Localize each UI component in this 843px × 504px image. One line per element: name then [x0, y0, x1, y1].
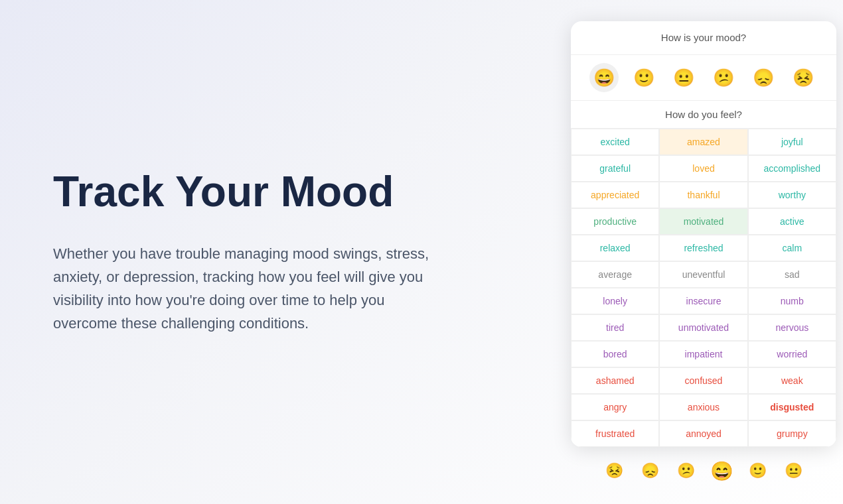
feeling-uneventful[interactable]: uneventful [659, 261, 747, 288]
mood-card: How is your mood? 😄 🙂 😐 😕 😞 😣 How do you… [571, 21, 836, 447]
mood-question: How is your mood? [661, 32, 746, 43]
feeling-confused[interactable]: confused [659, 367, 747, 394]
feeling-ashamed[interactable]: ashamed [571, 367, 659, 394]
feeling-impatient[interactable]: impatient [659, 341, 747, 367]
bottom-emoji-3[interactable]: 😕 [674, 459, 698, 483]
feeling-grumpy[interactable]: grumpy [748, 420, 836, 447]
feeling-calm[interactable]: calm [748, 235, 836, 261]
feeling-anxious[interactable]: anxious [659, 394, 747, 420]
bottom-emoji-1[interactable]: 😣 [602, 459, 626, 483]
feeling-unmotivated[interactable]: unmotivated [659, 314, 747, 341]
feeling-joyful[interactable]: joyful [748, 129, 836, 155]
feeling-relaxed[interactable]: relaxed [571, 235, 659, 261]
feeling-motivated[interactable]: motivated [659, 208, 747, 235]
feeling-active[interactable]: active [748, 208, 836, 235]
bottom-emoji-6[interactable]: 😐 [781, 459, 805, 483]
bottom-emoji-row: 😣 😞 😕 😄 🙂 😐 [602, 459, 805, 483]
feeling-numb[interactable]: numb [748, 288, 836, 314]
feeling-average[interactable]: average [571, 261, 659, 288]
bottom-emoji-5[interactable]: 🙂 [745, 459, 769, 483]
emoji-happy[interactable]: 🙂 [629, 63, 658, 92]
feeling-worthy[interactable]: worthy [748, 182, 836, 208]
right-section: How is your mood? 😄 🙂 😐 😕 😞 😣 How do you… [564, 8, 843, 496]
feeling-productive[interactable]: productive [571, 208, 659, 235]
feeling-excited[interactable]: excited [571, 129, 659, 155]
feeling-lonely[interactable]: lonely [571, 288, 659, 314]
feeling-insecure[interactable]: insecure [659, 288, 747, 314]
emoji-row: 😄 🙂 😐 😕 😞 😣 [571, 55, 836, 101]
feeling-angry[interactable]: angry [571, 394, 659, 420]
feeling-disgusted[interactable]: disgusted [748, 394, 836, 420]
feeling-refreshed[interactable]: refreshed [659, 235, 747, 261]
bottom-emoji-2[interactable]: 😞 [638, 459, 662, 483]
feeling-tired[interactable]: tired [571, 314, 659, 341]
feeling-frustrated[interactable]: frustrated [571, 420, 659, 447]
emoji-neutral[interactable]: 😐 [669, 63, 698, 92]
feeling-bored[interactable]: bored [571, 341, 659, 367]
description-text: Whether you have trouble managing mood s… [53, 242, 451, 336]
emoji-very-sad[interactable]: 😣 [789, 63, 818, 92]
feeling-appreciated[interactable]: appreciated [571, 182, 659, 208]
feeling-loved[interactable]: loved [659, 155, 747, 182]
emoji-sad[interactable]: 😞 [749, 63, 778, 92]
emoji-slightly-sad[interactable]: 😕 [709, 63, 738, 92]
feeling-amazed[interactable]: amazed [659, 129, 747, 155]
feeling-sad[interactable]: sad [748, 261, 836, 288]
feeling-accomplished[interactable]: accomplished [748, 155, 836, 182]
bottom-emoji-4-active[interactable]: 😄 [710, 459, 733, 483]
feeling-worried[interactable]: worried [748, 341, 836, 367]
feelings-section-label: How do you feel? [571, 101, 836, 129]
emoji-very-happy[interactable]: 😄 [589, 63, 619, 92]
mood-card-header: How is your mood? [571, 21, 836, 55]
feeling-thankful[interactable]: thankful [659, 182, 747, 208]
feeling-weak[interactable]: weak [748, 367, 836, 394]
feelings-grid: excited amazed joyful grateful loved acc… [571, 129, 836, 447]
feeling-nervous[interactable]: nervous [748, 314, 836, 341]
left-section: Track Your Mood Whether you have trouble… [0, 129, 564, 375]
main-title: Track Your Mood [53, 168, 524, 215]
feeling-grateful[interactable]: grateful [571, 155, 659, 182]
feeling-annoyed[interactable]: annoyed [659, 420, 747, 447]
